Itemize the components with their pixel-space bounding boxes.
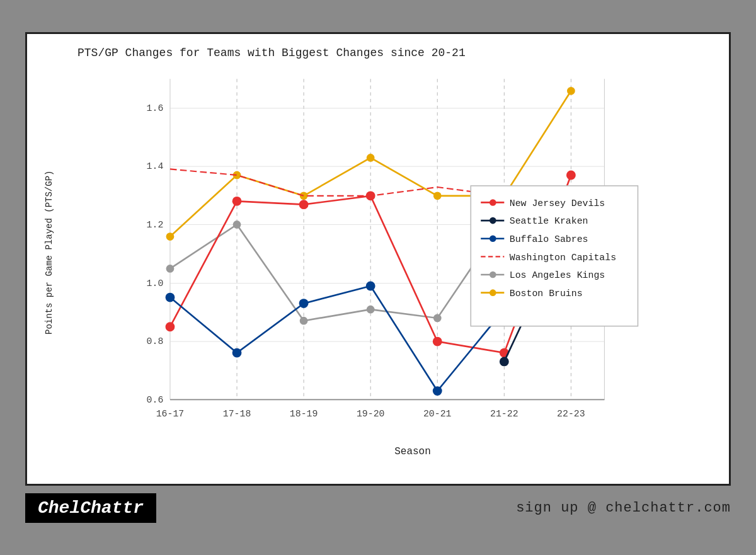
svg-point-36 [300,317,308,325]
svg-point-34 [166,265,175,273]
svg-text:19-20: 19-20 [357,409,385,419]
svg-text:16-17: 16-17 [156,409,185,419]
svg-point-29 [300,192,308,200]
svg-point-42 [232,197,242,206]
svg-point-51 [366,282,375,291]
svg-point-38 [433,314,442,323]
svg-point-30 [367,154,375,162]
brand-logo: ChelChattr [25,493,156,523]
svg-point-33 [567,87,575,95]
svg-text:21-22: 21-22 [490,409,518,419]
chart-svg: 0.6 0.8 1.0 1.2 1.4 1.6 16-17 17-18 18-1… [65,66,716,440]
svg-text:Seattle Kraken: Seattle Kraken [510,216,588,226]
svg-text:Los Angeles Kings: Los Angeles Kings [510,270,605,280]
svg-text:0.8: 0.8 [147,336,164,346]
footer: ChelChattr sign up @ chelchattr.com [25,493,731,523]
svg-text:1.4: 1.4 [147,161,164,171]
svg-point-41 [166,322,175,331]
svg-point-52 [433,386,442,396]
svg-text:17-18: 17-18 [223,409,251,419]
svg-point-50 [299,299,309,308]
chart-inner: 0.6 0.8 1.0 1.2 1.4 1.6 16-17 17-18 18-1… [65,66,716,440]
svg-point-44 [366,191,375,200]
svg-text:0.6: 0.6 [147,395,164,405]
svg-point-55 [500,357,509,366]
svg-point-59 [490,199,496,206]
x-axis-label: Season [109,446,716,457]
svg-point-70 [490,272,496,278]
svg-point-47 [566,171,576,180]
chart-container: PTS/GP Changes for Teams with Biggest Ch… [25,32,731,486]
svg-point-65 [490,235,496,242]
svg-point-35 [233,220,241,229]
svg-point-37 [367,306,375,314]
svg-text:20-21: 20-21 [423,409,452,419]
svg-text:22-23: 22-23 [557,409,585,419]
y-axis-label: Points per Game Played (PTS/GP) [40,66,59,440]
svg-text:Boston Bruins: Boston Bruins [510,289,583,299]
svg-text:1.0: 1.0 [147,278,164,289]
svg-text:1.6: 1.6 [147,103,164,113]
svg-text:Washington Capitals: Washington Capitals [510,253,616,263]
signup-text: sign up @ chelchattr.com [516,500,731,516]
svg-point-43 [299,200,309,209]
svg-point-27 [166,232,175,241]
svg-point-48 [166,293,175,302]
svg-point-73 [490,289,496,296]
svg-text:18-19: 18-19 [290,409,318,419]
svg-point-62 [490,217,496,224]
chart-area: Points per Game Played (PTS/GP) [40,66,716,440]
svg-text:1.2: 1.2 [147,220,164,230]
chart-title: PTS/GP Changes for Teams with Biggest Ch… [77,47,716,59]
svg-text:New Jersey Devils: New Jersey Devils [510,198,605,209]
svg-point-45 [433,337,442,346]
svg-text:Buffalo Sabres: Buffalo Sabres [510,234,588,244]
svg-point-49 [232,348,242,358]
svg-point-31 [433,192,442,200]
